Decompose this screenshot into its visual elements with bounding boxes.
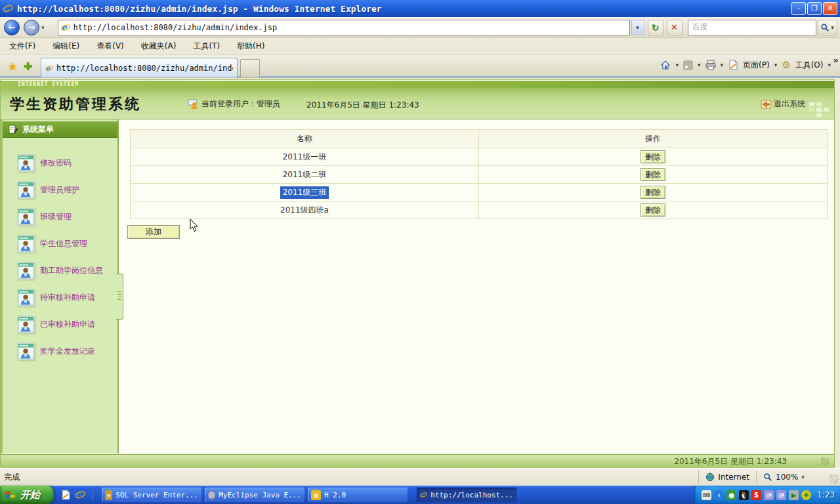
sidebar-item-scholarship-records[interactable]: 奖学金发放记录 <box>3 338 117 365</box>
sql-server-icon: ⚒ <box>105 490 112 500</box>
search-input[interactable]: 百度 <box>688 20 816 35</box>
search-placeholder: 百度 <box>692 22 708 33</box>
back-button[interactable]: ← <box>4 20 20 35</box>
sidebar-header-label: 系统菜单 <box>22 124 54 135</box>
login-info-text: 当前登录用户：管理员 <box>201 98 280 110</box>
sidebar-item-change-password[interactable]: 修改密码 <box>3 150 117 177</box>
sidebar-splitter-handle[interactable] <box>116 274 123 320</box>
tray-media-icon[interactable]: ● <box>726 490 736 500</box>
tab-bar: ★ ✚ http://localhost:8080/zizhu/admin/in… <box>0 55 840 77</box>
sidebar-item-admin-maintenance[interactable]: 管理员维护 <box>3 177 117 203</box>
system-menu-icon <box>8 124 18 135</box>
tray-qq-icon[interactable]: 🐧 <box>739 490 749 500</box>
login-info: 当前登录用户：管理员 <box>188 98 280 110</box>
window-title: http://localhost:8080/zizhu/admin/index.… <box>17 4 791 14</box>
rss-icon[interactable] <box>683 60 693 70</box>
task-button-localhost[interactable]: http://localhost... <box>417 488 516 502</box>
menu-item-icon <box>17 154 35 172</box>
ie-favicon <box>61 23 70 32</box>
sidebar-menu: 修改密码 管理员维护 班级管理 学生信息管理 <box>3 150 117 365</box>
browser-viewport: INTERNET SYSTEEM 学生资助管理系统 当前登录用户：管理员 201… <box>0 77 840 468</box>
history-dropdown-icon[interactable]: ▾ <box>41 24 45 31</box>
class-name-cell[interactable]: 2011级一班 <box>131 148 479 165</box>
logout-icon <box>761 99 771 110</box>
menu-help[interactable]: 帮助(H) <box>237 41 264 52</box>
gear-icon[interactable]: ⚙ <box>782 59 790 71</box>
keyboard-layout-icon[interactable]: ⌨ <box>702 490 711 500</box>
class-name-cell-selected[interactable]: 2011级三班 <box>280 186 329 199</box>
menu-edit[interactable]: 编辑(E) <box>52 41 79 52</box>
page-icon[interactable] <box>728 60 738 70</box>
home-icon[interactable] <box>660 60 671 70</box>
search-dropdown-icon: ▾ <box>831 24 834 31</box>
task-button-sql-server[interactable]: ⚒ SQL Server Enter... <box>102 488 201 502</box>
home-dropdown-icon[interactable]: ▾ <box>675 62 679 68</box>
class-name-cell[interactable]: 2011级二班 <box>131 166 479 183</box>
menu-tools[interactable]: 工具(T) <box>193 41 220 52</box>
restore-button[interactable]: ❐ <box>807 2 822 15</box>
h2-icon: ▥ <box>311 490 321 500</box>
sidebar-item-student-info[interactable]: 学生信息管理 <box>3 230 117 257</box>
active-tab[interactable]: http://localhost:8080/zizhu/admin/index.… <box>41 58 238 77</box>
myeclipse-icon: Ⓜ <box>208 490 215 500</box>
page-header: 学生资助管理系统 当前登录用户：管理员 2011年6月5日 星期日 1:23:4… <box>1 88 834 119</box>
delete-button[interactable]: 删除 <box>640 186 665 199</box>
add-favorite-icon[interactable]: ✚ <box>24 60 32 73</box>
quick-launch-ie-icon[interactable] <box>75 490 85 500</box>
toolbar-overflow-icon[interactable]: » <box>833 55 839 65</box>
address-input[interactable]: http://localhost:8080/zizhu/admin/index.… <box>58 20 630 35</box>
tray-sogou-icon[interactable]: S <box>751 490 761 500</box>
sidebar-item-reviewed-subsidy[interactable]: 已审核补助申请 <box>3 311 117 338</box>
column-header-name: 名称 <box>131 130 479 148</box>
tray-safety-icon[interactable]: ✚ <box>801 490 811 500</box>
menu-item-icon <box>17 262 35 280</box>
mouse-cursor <box>190 219 198 232</box>
close-button[interactable]: ✕ <box>823 2 837 15</box>
print-dropdown-icon[interactable]: ▾ <box>721 62 724 68</box>
zoom-control[interactable]: 100% ▾ <box>756 471 828 484</box>
tools-menu-button[interactable]: 工具(O) <box>795 60 824 71</box>
tray-database-icon[interactable]: ▶ <box>789 490 799 500</box>
menu-view[interactable]: 查看(V) <box>96 41 124 52</box>
minimize-button[interactable]: – <box>791 2 806 15</box>
header-datetime: 2011年6月5日 星期日 1:23:43 <box>306 100 419 111</box>
taskbar-separator <box>92 489 93 501</box>
tools-dropdown-icon[interactable]: ▾ <box>828 62 831 68</box>
new-tab-stub[interactable] <box>240 59 260 77</box>
task-button-h2[interactable]: ▥ H 2.0 <box>308 488 408 502</box>
tray-chevron-icon[interactable]: ‹ <box>714 490 724 500</box>
page-body: 系统菜单 修改密码 管理员维护 班级管理 <box>1 119 834 453</box>
screen: http://localhost:8080/zizhu/admin/index.… <box>0 0 840 504</box>
security-zone-pane: Internet <box>698 471 756 484</box>
ie-icon <box>3 3 13 14</box>
menu-file[interactable]: 文件(F) <box>9 41 35 52</box>
quick-launch-desktop-icon[interactable] <box>60 490 71 500</box>
tray-network-icon[interactable]: 🖳 <box>764 490 774 500</box>
search-button[interactable]: ▾ <box>818 20 837 35</box>
sidebar-item-pending-subsidy[interactable]: 待审核补助申请 <box>3 284 117 311</box>
logout-link[interactable]: 退出系统 <box>761 98 805 110</box>
favorites-star-icon[interactable]: ★ <box>8 60 17 73</box>
page-footer: 2011年6月5日 星期日 1:23:43 <box>1 454 834 468</box>
zoom-dropdown-icon[interactable]: ▾ <box>801 474 805 480</box>
print-icon[interactable] <box>705 60 716 70</box>
tray-network-icon-2[interactable]: 🖳 <box>776 490 786 500</box>
menu-favorites[interactable]: 收藏夹(A) <box>141 41 177 52</box>
sidebar-item-class-management[interactable]: 班级管理 <box>3 203 117 230</box>
delete-button[interactable]: 删除 <box>640 168 665 181</box>
window-resize-grip[interactable] <box>830 474 839 484</box>
stop-button[interactable]: ✕ <box>667 20 682 35</box>
address-dropdown-button[interactable]: ▾ <box>631 20 644 35</box>
forward-button[interactable]: → <box>24 20 39 35</box>
class-name-cell[interactable]: 2011级四班a <box>131 201 479 219</box>
add-button[interactable]: 添加 <box>127 225 180 239</box>
sidebar-item-workstudy-posts[interactable]: 勤工助学岗位信息 <box>3 257 117 284</box>
delete-button[interactable]: 删除 <box>640 203 665 217</box>
delete-button[interactable]: 删除 <box>640 150 665 163</box>
ie-task-icon <box>420 490 427 499</box>
page-menu-button[interactable]: 页面(P) <box>743 60 770 71</box>
refresh-button[interactable]: ↻ <box>648 20 663 35</box>
task-button-myeclipse[interactable]: Ⓜ MyEclipse Java E... <box>205 488 304 502</box>
page-dropdown-icon[interactable]: ▾ <box>774 62 778 68</box>
start-button[interactable]: 开始 <box>0 486 54 504</box>
